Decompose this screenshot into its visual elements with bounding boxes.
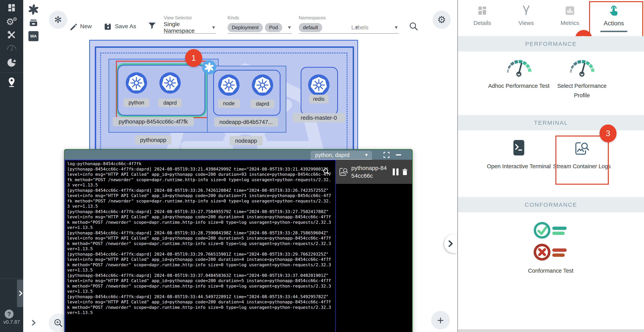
spaces-switcher-button[interactable]: ✻ — [49, 11, 67, 29]
log-entry: [pythonapp-8454cc66c-4f7fk:daprd] 2024-0… — [67, 209, 332, 230]
action-label: Open Interactive Terminal — [487, 162, 551, 171]
tab-metrics[interactable]: Metrics — [549, 5, 591, 26]
log-stream-entry-name: pythonapp-8454cc66c — [351, 164, 390, 180]
fullscreen-icon[interactable] — [384, 152, 390, 158]
conformance-checklist-icon — [532, 220, 569, 264]
namespaces-filter-control[interactable]: Namespaces default ▼ — [299, 15, 359, 34]
annotation-badge-1: 1 — [185, 49, 202, 67]
archive-extension-icon[interactable] — [23, 16, 44, 30]
tab-details-label: Details — [474, 20, 491, 26]
wasm-extension-badge[interactable]: WA — [23, 29, 44, 43]
view-selector-value: Single Namespace — [164, 21, 211, 34]
new-button-label: New — [80, 23, 92, 29]
log-output-pane[interactable]: log:pythonapp-8454cc66c-4f7fk [pythonapp… — [64, 160, 336, 332]
sidebar-divider — [0, 72, 23, 73]
container-label-redis: redis — [309, 95, 328, 103]
extensions-column: WA — [23, 0, 44, 332]
extensions-expand-chevron[interactable] — [30, 319, 37, 327]
action-label: Select Performance Profile — [550, 81, 614, 100]
settings-gear-button[interactable]: ⚙ — [432, 11, 451, 29]
terminal-icon — [513, 140, 525, 156]
labels-filter-control[interactable]: Labels ▼ — [351, 15, 398, 34]
namespace-chip-default[interactable]: default — [299, 23, 322, 32]
section-header-performance: PERFORMANCE — [458, 36, 644, 51]
save-as-button-label: Save As — [115, 23, 136, 29]
log-entry: [pythonapp-8454cc66c-4f7fk:daprd] 2024-0… — [67, 252, 332, 273]
patterns-pie-icon[interactable] — [0, 56, 23, 68]
kinds-label: Kinds — [228, 15, 292, 20]
configuration-tools-icon[interactable] — [0, 29, 23, 41]
kind-chip-deployment[interactable]: Deployment — [228, 23, 263, 32]
kinds-filter-control[interactable]: Kinds Deployment Pod ▼ — [228, 15, 292, 34]
view-selector-control[interactable]: View Selector Single Namespace ▼ — [164, 15, 216, 34]
log-streams-sidebar: pythonapp-8454cc66c — [336, 160, 412, 332]
action-open-interactive-terminal[interactable]: Open Interactive Terminal — [487, 140, 551, 171]
kind-chip-pod[interactable]: Pod — [265, 23, 282, 32]
save-as-button[interactable]: Save As — [104, 22, 136, 31]
tab-details[interactable]: Details — [461, 5, 504, 26]
annotation-box-1 — [116, 61, 208, 118]
chevron-right-icon — [18, 291, 23, 296]
log-entry: [pythonapp-8454cc66c-4f7fk:daprd] 2024-0… — [67, 294, 332, 315]
right-panel: Details Views Metrics Actions 2 PERFORMA… — [458, 0, 644, 332]
app-window: ⚙ ⚙ ? v0.7.87 WA — [0, 0, 644, 332]
tab-views-label: Views — [518, 20, 534, 26]
log-window-body: log:pythonapp-8454cc66c-4f7fk [pythonapp… — [64, 160, 412, 332]
save-icon — [104, 22, 112, 30]
kubernetes-container-daprd2-icon[interactable] — [252, 74, 273, 96]
container-selector-dropdown[interactable]: python, daprd ▼ — [310, 151, 372, 160]
action-label: Adhoc Performance Test — [487, 81, 551, 91]
delete-stream-icon[interactable] — [400, 167, 409, 176]
flower-icon: ✻ — [54, 14, 62, 25]
canvas-area[interactable]: python daprd pythonapp-8454cc66c-4f7fk p… — [44, 0, 458, 332]
gauge-icon — [503, 57, 534, 78]
annotation-box-2 — [589, 1, 643, 37]
add-node-button[interactable]: + — [431, 311, 450, 330]
action-conformance-test[interactable]: Conformance Test — [516, 220, 586, 276]
chevron-down-icon: ▼ — [287, 25, 292, 30]
stream-logs-icon — [338, 167, 348, 177]
dashboard-icon[interactable] — [0, 1, 23, 14]
panel-footer-strip — [458, 329, 644, 332]
right-panel-collapse-button[interactable] — [444, 234, 457, 253]
container-label-daprd2: daprd — [251, 100, 274, 108]
section-header-terminal: TERMINAL — [458, 115, 644, 130]
pause-stream-icon[interactable] — [393, 168, 398, 175]
view-selector-label: View Selector — [164, 15, 216, 20]
views-branch-icon — [520, 5, 532, 16]
new-button[interactable]: New — [69, 22, 92, 31]
chevron-down-icon: ▼ — [394, 25, 398, 30]
kubernetes-container-node-icon[interactable] — [218, 74, 240, 96]
chevron-right-icon — [448, 240, 454, 247]
zoom-in-magnifier-icon — [53, 318, 64, 329]
chevron-down-icon: ▼ — [211, 25, 216, 30]
namespaces-label: Namespaces — [299, 15, 359, 20]
pod-name-label-nodeapp: nodeapp-d64b5747... — [214, 117, 278, 127]
log-search-icon[interactable] — [322, 167, 330, 176]
dapr-extension-icon[interactable] — [23, 3, 44, 16]
log-entry: [pythonapp-8454cc66c-4f7fk:daprd] 2024-0… — [67, 273, 332, 294]
annotation-badge-3: 3 — [600, 124, 616, 142]
deployment-name-label-pythonapp: pythonapp — [135, 135, 172, 145]
kanvas-location-pin-icon[interactable] — [0, 76, 23, 88]
action-select-performance-profile[interactable]: Select Performance Profile — [550, 57, 614, 100]
search-icon[interactable] — [408, 21, 418, 31]
log-stream-window[interactable]: python, daprd ▼ log:pythonapp-8454cc66c-… — [64, 149, 413, 332]
help-icon[interactable]: ? — [5, 310, 14, 319]
dapr-sidecar-icon[interactable] — [202, 60, 216, 74]
kubernetes-container-redis-icon[interactable] — [308, 74, 330, 96]
lifecycle-gears-icon[interactable]: ⚙ ⚙ — [0, 15, 23, 28]
log-stream-entry[interactable]: pythonapp-8454cc66c — [336, 160, 412, 184]
log-entry: [pythonapp-8454cc66c-4f7fk:daprd] 2024-0… — [67, 166, 332, 188]
action-adhoc-performance-test[interactable]: Adhoc Performance Test — [487, 57, 551, 91]
pod-name-label-pythonapp: pythonapp-8454cc66c-4f7fk — [112, 117, 194, 126]
minimize-icon[interactable] — [396, 154, 401, 155]
log-header-line: log:pythonapp-8454cc66c-4f7fk — [67, 161, 332, 166]
tab-metrics-label: Metrics — [560, 20, 580, 26]
performance-gauge-icon[interactable] — [0, 41, 23, 54]
container-selector-value: python, daprd — [315, 152, 349, 158]
log-window-header[interactable]: python, daprd ▼ — [64, 150, 412, 160]
details-grid-icon — [477, 5, 488, 16]
tab-views[interactable]: Views — [505, 5, 548, 26]
filter-funnel-icon[interactable] — [148, 22, 157, 31]
